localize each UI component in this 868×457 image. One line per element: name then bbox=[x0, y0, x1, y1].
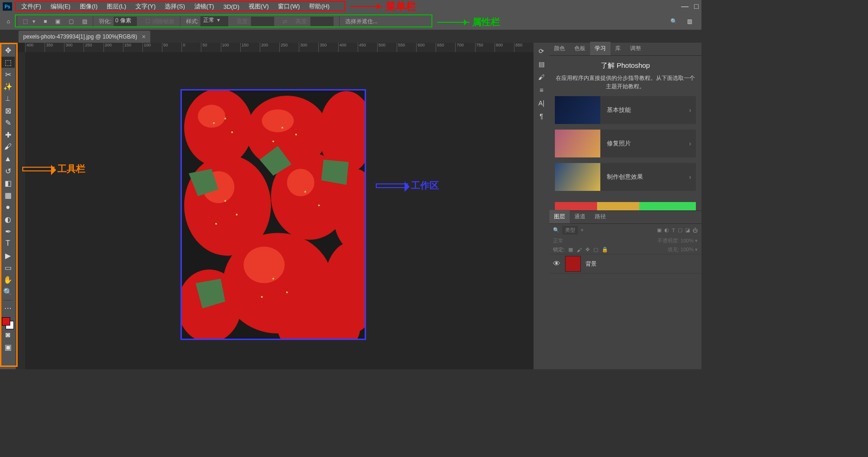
ruler-tick: 50 bbox=[162, 43, 181, 52]
menu-image[interactable]: 图像(I) bbox=[75, 2, 102, 11]
lasso-tool[interactable]: ✂ bbox=[1, 69, 15, 80]
menu-window[interactable]: 窗口(W) bbox=[273, 2, 304, 11]
width-input bbox=[251, 17, 274, 26]
options-bar: ⌂ ⬚ ■ ▣ ▢ ▨ 羽化: 0 像素 ☐ 消除锯齿 样式: 正常 宽度: ⇄… bbox=[0, 13, 701, 30]
crop-tool[interactable]: ⟂ bbox=[1, 93, 15, 104]
layer-item-background[interactable]: 👁 背景 bbox=[549, 254, 701, 274]
workspace-icon[interactable]: ▥ bbox=[684, 16, 695, 27]
filter-smart-icon[interactable]: ◪ bbox=[685, 227, 690, 233]
move-tool[interactable]: ✥ bbox=[1, 45, 15, 56]
eyedropper-tool[interactable]: ✎ bbox=[1, 117, 15, 128]
marquee-preset[interactable]: ⬚ bbox=[20, 18, 38, 25]
tab-channels[interactable]: 通道 bbox=[570, 210, 590, 223]
learn-card-creative[interactable]: 制作创意效果 › bbox=[555, 163, 696, 191]
adjustment-icon[interactable]: ≡ bbox=[535, 85, 548, 96]
visibility-icon[interactable]: 👁 bbox=[553, 260, 560, 268]
filter-shape-icon[interactable]: ▢ bbox=[678, 227, 682, 233]
screenmode-tool[interactable]: ▣ bbox=[1, 341, 15, 353]
lock-paint-icon[interactable]: 🖌 bbox=[577, 247, 582, 253]
feather-label: 羽化: bbox=[99, 18, 111, 26]
learn-card-fixphoto[interactable]: 修复照片 › bbox=[555, 130, 696, 157]
tab-swatches[interactable]: 色板 bbox=[570, 42, 590, 55]
svg-point-26 bbox=[318, 204, 320, 206]
doc-tab[interactable]: pexels-photo-4739934[1].jpg @ 100%(RGB/8… bbox=[19, 31, 150, 43]
doc-tab-title: pexels-photo-4739934[1].jpg @ 100%(RGB/8… bbox=[23, 33, 137, 40]
selection-mode-intersect[interactable]: ▨ bbox=[79, 18, 90, 25]
doc-tab-bar: pexels-photo-4739934[1].jpg @ 100%(RGB/8… bbox=[0, 30, 701, 43]
menu-filter[interactable]: 滤镜(T) bbox=[190, 2, 219, 11]
paragraph-icon[interactable]: ¶ bbox=[535, 111, 548, 122]
hand-tool[interactable]: ✋ bbox=[1, 274, 15, 285]
character-icon[interactable]: A| bbox=[535, 98, 548, 109]
history-brush-tool[interactable]: ↺ bbox=[1, 165, 15, 176]
feather-input[interactable]: 0 像素 bbox=[114, 17, 137, 26]
ruler-tick: 450 bbox=[358, 43, 377, 52]
marquee-tool[interactable]: ⬚ bbox=[1, 57, 15, 68]
card-thumb bbox=[555, 130, 600, 157]
history-icon[interactable]: ⟳ bbox=[535, 46, 548, 57]
close-icon[interactable]: × bbox=[142, 33, 146, 40]
filter-adjust-icon[interactable]: ◐ bbox=[664, 227, 669, 233]
type-tool[interactable]: T bbox=[1, 238, 15, 249]
tab-libraries[interactable]: 库 bbox=[611, 42, 625, 55]
menu-help[interactable]: 帮助(H) bbox=[304, 2, 334, 11]
properties-icon[interactable]: ▤ bbox=[535, 59, 548, 70]
menu-3d[interactable]: 3D(D) bbox=[219, 3, 244, 10]
filter-toggle[interactable]: ⏻ bbox=[693, 228, 698, 233]
ruler-tick: 200 bbox=[260, 43, 279, 52]
svg-point-14 bbox=[287, 169, 315, 196]
menu-file[interactable]: 文件(F) bbox=[17, 2, 46, 11]
lock-all-icon[interactable]: 🔒 bbox=[602, 247, 608, 253]
select-and-mask-button[interactable]: 选择并遮住... bbox=[342, 18, 380, 26]
eraser-tool[interactable]: ◧ bbox=[1, 177, 15, 189]
ruler-tick: 600 bbox=[416, 43, 436, 52]
dodge-tool[interactable]: ◐ bbox=[1, 214, 15, 225]
menu-type[interactable]: 文字(Y) bbox=[131, 2, 160, 11]
layers-panel: 图层 通道 路径 🔍 类型 ▾ ▣ ◐ T ▢ ◪ ⏻ 正常 不透明度: 100… bbox=[549, 210, 701, 369]
minimize-icon[interactable]: — bbox=[681, 2, 688, 11]
filter-image-icon[interactable]: ▣ bbox=[657, 227, 662, 233]
pen-tool[interactable]: ✒ bbox=[1, 226, 15, 237]
selection-mode-subtract[interactable]: ▢ bbox=[66, 18, 77, 25]
edit-toolbar[interactable]: ⋯ bbox=[1, 302, 15, 313]
tab-paths[interactable]: 路径 bbox=[590, 210, 611, 223]
fg-color[interactable] bbox=[2, 317, 10, 326]
quickmask-tool[interactable]: ◙ bbox=[1, 329, 15, 340]
lock-artboard-icon[interactable]: ▢ bbox=[593, 247, 598, 253]
tab-color[interactable]: 颜色 bbox=[549, 42, 570, 55]
zoom-tool[interactable]: 🔍 bbox=[1, 286, 15, 297]
selection-mode-new[interactable]: ■ bbox=[41, 18, 50, 25]
menu-edit[interactable]: 编辑(E) bbox=[46, 2, 75, 11]
color-swatches[interactable] bbox=[2, 317, 14, 329]
lock-pixels-icon[interactable]: ▦ bbox=[568, 247, 573, 253]
menu-layer[interactable]: 图层(L) bbox=[102, 2, 131, 11]
style-select[interactable]: 正常 bbox=[200, 16, 228, 26]
menu-view[interactable]: 视图(V) bbox=[244, 2, 273, 11]
frame-tool[interactable]: ⊠ bbox=[1, 105, 15, 116]
canvas-image[interactable] bbox=[180, 89, 366, 340]
ruler-tick: 250 bbox=[84, 43, 103, 52]
clone-stamp-tool[interactable]: ▲ bbox=[1, 153, 15, 164]
blur-tool[interactable]: ● bbox=[1, 202, 15, 213]
brush-settings-icon[interactable]: 🖌 bbox=[535, 72, 548, 83]
selection-mode-add[interactable]: ▣ bbox=[52, 18, 63, 25]
tab-learn[interactable]: 学习 bbox=[590, 42, 611, 55]
learn-card-basics[interactable]: 基本技能 › bbox=[555, 96, 696, 124]
filter-kind-select[interactable]: 类型 bbox=[562, 226, 578, 235]
shape-tool[interactable]: ▭ bbox=[1, 262, 15, 273]
lock-position-icon[interactable]: ✥ bbox=[585, 247, 590, 253]
ruler-tick: 250 bbox=[279, 43, 299, 52]
maximize-icon[interactable]: □ bbox=[694, 2, 699, 11]
brush-tool[interactable]: 🖌 bbox=[1, 141, 15, 152]
filter-type-icon[interactable]: T bbox=[672, 228, 675, 233]
magic-wand-tool[interactable]: ✨ bbox=[1, 81, 15, 92]
menu-select[interactable]: 选择(S) bbox=[160, 2, 189, 11]
svg-point-24 bbox=[215, 223, 217, 225]
tab-adjustments[interactable]: 调整 bbox=[625, 42, 646, 55]
path-select-tool[interactable]: ▶ bbox=[1, 250, 15, 261]
gradient-tool[interactable]: ▦ bbox=[1, 189, 15, 201]
home-icon[interactable]: ⌂ bbox=[3, 16, 14, 27]
search-icon[interactable]: 🔍 bbox=[668, 16, 679, 27]
healing-brush-tool[interactable]: ✚ bbox=[1, 129, 15, 140]
tab-layers[interactable]: 图层 bbox=[549, 210, 570, 223]
